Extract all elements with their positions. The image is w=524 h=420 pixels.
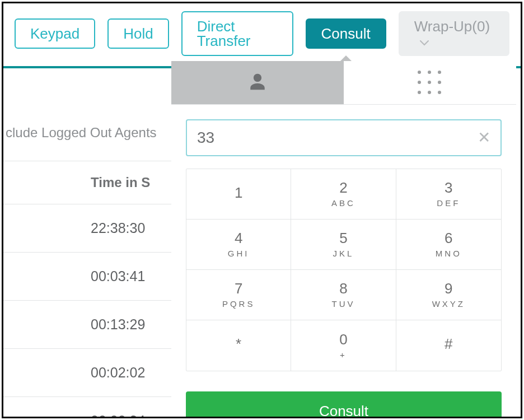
table-row[interactable]: 00:00:34 xyxy=(3,397,171,418)
key-3[interactable]: 3DEF xyxy=(396,169,501,220)
key-9[interactable]: 9WXYZ xyxy=(396,270,501,320)
dial-input-value: 33 xyxy=(197,129,478,147)
contacts-tab[interactable] xyxy=(171,61,344,104)
key-2[interactable]: 2ABC xyxy=(291,169,396,220)
table-row[interactable]: 00:13:29 xyxy=(3,301,171,349)
table-row[interactable]: 00:02:02 xyxy=(3,349,171,397)
key-8[interactable]: 8TUV xyxy=(291,270,396,320)
keypad-button[interactable]: Keypad xyxy=(15,18,95,49)
chevron-down-icon xyxy=(420,34,429,48)
key-5[interactable]: 5JKL xyxy=(291,220,396,270)
consult-button[interactable]: Consult xyxy=(306,18,386,49)
key-star[interactable]: * xyxy=(186,320,291,371)
key-1[interactable]: 1 xyxy=(186,169,291,220)
consult-call-button[interactable]: Consult xyxy=(186,391,502,418)
consult-popover: 33 ✕ 1 2ABC 3DEF 4GHI 5JKL 6MNO 7PQRS 8T… xyxy=(171,61,516,412)
dialpad-tab[interactable] xyxy=(344,61,516,104)
keypad-grid: 1 2ABC 3DEF 4GHI 5JKL 6MNO 7PQRS 8TUV 9W… xyxy=(186,169,502,371)
key-hash[interactable]: # xyxy=(396,320,501,371)
key-6[interactable]: 6MNO xyxy=(396,220,501,270)
person-icon xyxy=(248,72,267,94)
call-toolbar: Keypad Hold Direct Transfer Consult Wrap… xyxy=(3,3,521,68)
popover-tabs xyxy=(171,61,516,105)
key-4[interactable]: 4GHI xyxy=(186,220,291,270)
dial-input[interactable]: 33 ✕ xyxy=(186,119,502,156)
key-7[interactable]: 7PQRS xyxy=(186,270,291,320)
wrap-up-label: Wrap-Up(0) xyxy=(414,18,490,35)
include-logged-out-label: clude Logged Out Agents xyxy=(3,125,171,141)
app-frame: Keypad Hold Direct Transfer Consult Wrap… xyxy=(2,2,522,418)
dialpad-icon xyxy=(418,71,442,95)
table-row[interactable]: 00:03:41 xyxy=(3,253,171,301)
hold-button[interactable]: Hold xyxy=(107,18,169,49)
clear-input-icon[interactable]: ✕ xyxy=(478,130,490,146)
direct-transfer-button[interactable]: Direct Transfer xyxy=(181,11,293,56)
table-row[interactable]: 22:38:30 xyxy=(3,204,171,253)
key-0[interactable]: 0+ xyxy=(291,320,396,371)
table-header-time: Time in S xyxy=(3,161,171,204)
wrap-up-dropdown[interactable]: Wrap-Up(0) xyxy=(399,11,509,56)
agents-side-panel: clude Logged Out Agents Time in S 22:38:… xyxy=(3,61,171,417)
